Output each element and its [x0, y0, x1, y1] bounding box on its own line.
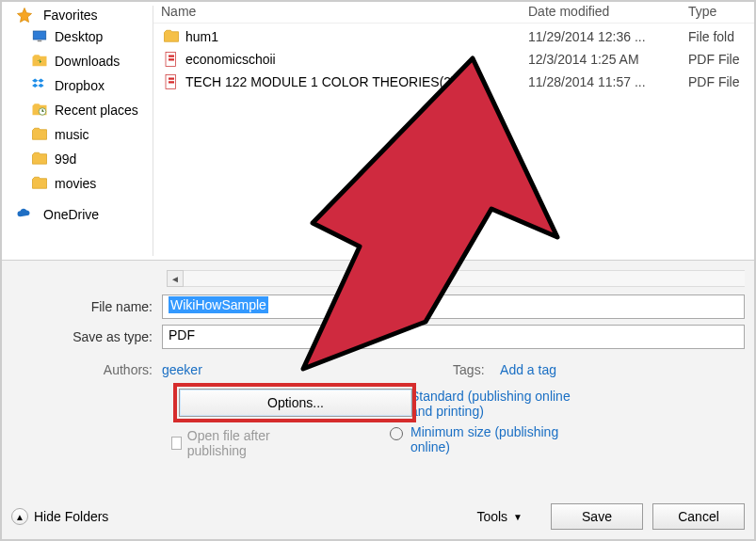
checkbox-icon: [171, 437, 182, 450]
radio-label: Minimum size (publishing online): [410, 424, 580, 454]
sidebar-item-music[interactable]: music: [11, 122, 153, 147]
file-date: 11/28/2014 11:57 ...: [528, 74, 688, 89]
sidebar-item-desktop[interactable]: Desktop: [11, 24, 153, 49]
tags-label: Tags:: [453, 362, 491, 377]
horizontal-scrollbar[interactable]: ◄: [167, 270, 745, 287]
file-date: 12/3/2014 1:25 AM: [528, 52, 688, 67]
saveas-dropdown[interactable]: PDF: [162, 325, 745, 349]
dropbox-icon: [30, 76, 49, 95]
desktop-icon: [30, 27, 49, 46]
pdf-icon: [161, 50, 182, 69]
recent-icon: [30, 101, 49, 119]
star-icon: [15, 6, 34, 24]
onedrive-label: OneDrive: [43, 207, 99, 222]
filename-value: WikiHowSample: [169, 296, 268, 313]
saveas-label: Save as type:: [11, 329, 162, 344]
open-after-publish-checkbox[interactable]: Open file after publishing: [171, 428, 294, 458]
radio-minimum[interactable]: Minimum size (publishing online): [390, 424, 580, 454]
file-list-area: Name Date modified Type hum1 11/29/2014 …: [153, 2, 754, 260]
file-name: economicschoii: [185, 52, 528, 67]
file-name: TECH 122 MODULE 1 COLOR THEORIES(2): [185, 74, 528, 89]
file-type: PDF File: [688, 74, 754, 89]
radio-label: Standard (publishing online and printing…: [410, 389, 580, 419]
file-date: 11/29/2014 12:36 ...: [528, 29, 688, 44]
svg-rect-0: [33, 31, 46, 40]
scroll-left-button[interactable]: ◄: [167, 270, 184, 287]
file-row-pdf[interactable]: economicschoii 12/3/2014 1:25 AM PDF Fil…: [161, 48, 754, 71]
highlight-box: Options...: [173, 383, 416, 422]
scroll-track[interactable]: [184, 270, 745, 287]
tools-dropdown[interactable]: Tools ▼: [476, 509, 523, 524]
svg-rect-1: [38, 40, 42, 42]
sidebar-item-downloads[interactable]: Downloads: [11, 49, 153, 73]
save-button[interactable]: Save: [551, 503, 643, 530]
hide-folders-label: Hide Folders: [34, 509, 108, 524]
radio-standard[interactable]: Standard (publishing online and printing…: [390, 389, 580, 419]
file-type: PDF File: [688, 52, 754, 67]
authors-label: Authors:: [11, 362, 162, 377]
sidebar-item-label: Recent places: [55, 103, 138, 118]
sidebar-item-label: 99d: [55, 151, 76, 167]
sidebar-item-label: music: [55, 127, 89, 142]
saveas-value: PDF: [169, 327, 195, 342]
radio-icon: [390, 427, 403, 440]
column-headers: Name Date modified Type: [153, 2, 754, 24]
save-dialog-bottom: ◄ File name: WikiHowSample Save as type:…: [2, 261, 754, 539]
chevron-down-icon: ▼: [513, 512, 523, 522]
filename-label: File name:: [11, 299, 162, 314]
file-type: File fold: [688, 29, 754, 44]
col-name[interactable]: Name: [161, 4, 528, 19]
folder-icon: [30, 174, 49, 193]
tags-value[interactable]: Add a tag: [500, 362, 556, 377]
file-row-folder[interactable]: hum1 11/29/2014 12:36 ... File fold: [161, 25, 754, 48]
sidebar-item-movies[interactable]: movies: [11, 171, 153, 196]
favorites-label: Favorites: [43, 8, 98, 23]
sidebar-item-label: Desktop: [55, 29, 103, 44]
sidebar-item-dropbox[interactable]: Dropbox: [11, 73, 153, 98]
sidebar-item-label: movies: [55, 176, 96, 191]
cancel-button[interactable]: Cancel: [652, 503, 745, 530]
onedrive-icon: [15, 205, 34, 224]
hide-folders-toggle[interactable]: ▲ Hide Folders: [11, 508, 108, 525]
file-name: hum1: [185, 29, 528, 44]
folder-icon: [30, 150, 49, 168]
favorites-header[interactable]: Favorites: [11, 6, 153, 24]
options-button[interactable]: Options...: [179, 389, 412, 417]
folder-icon: [161, 27, 182, 46]
col-type[interactable]: Type: [688, 4, 754, 19]
onedrive-header[interactable]: OneDrive: [11, 205, 153, 224]
file-row-pdf[interactable]: TECH 122 MODULE 1 COLOR THEORIES(2) 11/2…: [161, 71, 754, 93]
chevron-up-icon: ▲: [11, 508, 28, 525]
sidebar-item-99d[interactable]: 99d: [11, 147, 153, 171]
authors-value[interactable]: geeker: [162, 362, 202, 377]
filename-input[interactable]: WikiHowSample: [162, 294, 745, 319]
folder-icon: [30, 125, 49, 144]
downloads-icon: [30, 52, 49, 71]
checkbox-label: Open file after publishing: [187, 428, 294, 458]
pdf-icon: [161, 72, 182, 91]
sidebar: Favorites Desktop Downloads Dropbox Rece…: [2, 2, 153, 260]
sidebar-item-recent[interactable]: Recent places: [11, 98, 153, 122]
sidebar-item-label: Downloads: [55, 54, 120, 69]
tools-label: Tools: [476, 509, 507, 524]
sidebar-item-label: Dropbox: [55, 78, 105, 93]
col-date[interactable]: Date modified: [528, 4, 688, 19]
